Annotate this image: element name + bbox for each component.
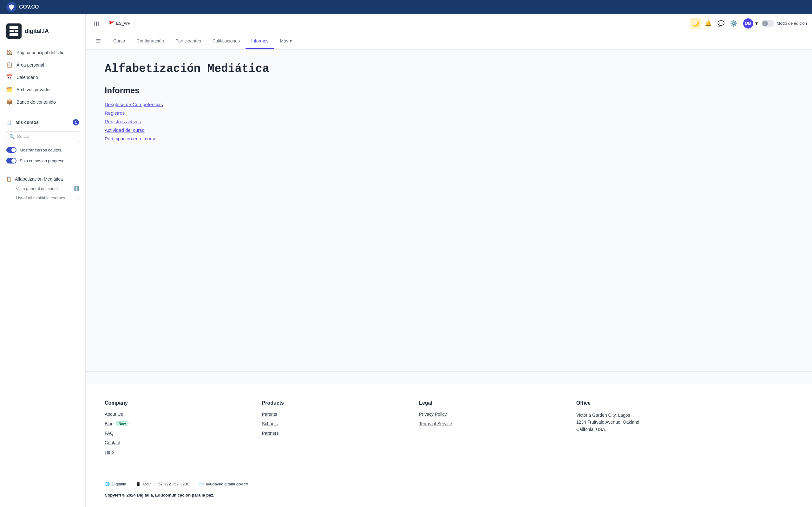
modo-toggle[interactable] (762, 20, 774, 27)
email-icon: ✉️ (199, 482, 204, 487)
footer-link-help[interactable]: Help (105, 450, 249, 455)
modo-edicion: Modo de edición (762, 20, 807, 27)
toggle-progress-label: Solo cursos en progreso (20, 158, 64, 163)
gov-shield-icon (6, 2, 16, 12)
gov-bar: GOV.CO (0, 0, 812, 14)
avatar-circle: DB (743, 18, 753, 29)
footer-link-faq[interactable]: FAQ (105, 431, 249, 436)
sidebar-logo: digital.IA (0, 20, 85, 46)
chat-button[interactable]: 💬 (715, 18, 727, 29)
footer-phone-link[interactable]: 📱 Móvil : +57 322 357 3280 (136, 482, 189, 487)
dropdown-arrow: ▾ (755, 20, 758, 26)
sidebar: digital.IA 🏠 Página principal del sitio … (0, 14, 86, 507)
nav-tabs: ☰ Curso Configuración Participantes Cali… (86, 33, 812, 50)
link-desglose[interactable]: Desglose de Competencias (105, 102, 447, 107)
gear-button[interactable]: ⚙️ (728, 18, 740, 29)
sidebar-course-alfabetizacion[interactable]: 📋 Alfabetización Mediática (0, 174, 85, 184)
search-box[interactable]: 🔍 Buscar (5, 131, 80, 142)
sidebar-item-home[interactable]: 🏠 Página principal del sitio (0, 46, 85, 59)
sidebar-my-courses[interactable]: 📑 Mis cursos 1 (0, 116, 85, 129)
toolbar-icons: 🌙 🔔 💬 ⚙️ DB ▾ Modo de edición (690, 17, 807, 30)
sidebar-item-personal[interactable]: 📋 Área personal (0, 59, 85, 71)
personal-icon: 📋 (6, 62, 13, 68)
banco-icon: 📦 (6, 99, 13, 105)
content-area: ◫ 🚩 ES_WP 🌙 🔔 💬 ⚙️ DB ▾ (86, 14, 812, 507)
avatar-initials: DB (745, 21, 751, 26)
link-registros-activos[interactable]: Registros activos (105, 119, 447, 124)
footer-address: Victoria Garden City, Lagos 1234 Fruitva… (576, 412, 793, 433)
footer-link-contact[interactable]: Contact (105, 440, 249, 445)
link-participacion[interactable]: Participación en el curso (105, 136, 447, 141)
list-link-label: List of all available courses (16, 195, 65, 200)
sidebar-item-banco[interactable]: 📦 Banco de contenido (0, 96, 85, 108)
sidebar-divider (0, 112, 85, 112)
footer-link-privacy[interactable]: Privacy Policy (419, 412, 564, 417)
sidebar-toggle-button[interactable]: ◫ (91, 18, 102, 29)
sidebar-brand-name: digital.IA (25, 28, 49, 35)
page-title: Alfabetización Mediática (105, 62, 447, 75)
sidebar-item-files[interactable]: 🗂️ Archivos privados (0, 83, 85, 96)
footer-email-link[interactable]: ✉️ ayuda@digitalia.gov.co (199, 482, 248, 487)
toggle-in-progress[interactable]: Solo cursos en progreso (0, 155, 85, 166)
footer-blog-row: Blog New (105, 421, 249, 426)
footer-bottom: 🌐 Digitalia 📱 Móvil : +57 322 357 3280 ✉… (105, 482, 793, 487)
toggle-progress-switch[interactable] (6, 158, 16, 164)
tab-configuracion[interactable]: Configuración (131, 34, 169, 49)
footer-office-col: Office Victoria Garden City, Lagos 1234 … (576, 400, 793, 459)
flag-icon: 🚩 (109, 21, 114, 26)
tab-curso[interactable]: Curso (107, 34, 131, 49)
link-registros[interactable]: Registros (105, 110, 447, 116)
footer-products-title: Products (262, 400, 407, 406)
bell-button[interactable]: 🔔 (703, 18, 714, 29)
footer-office-title: Office (576, 400, 793, 406)
hamburger-button[interactable]: ☰ (92, 33, 105, 49)
toggle-hidden-label: Mostrar cursos ocultos. (20, 148, 62, 153)
search-placeholder: Buscar (17, 134, 31, 139)
footer-digitalia-link[interactable]: 🌐 Digitalia (105, 482, 126, 487)
footer-link-terms[interactable]: Terms of Service (419, 421, 564, 426)
footer-link-blog[interactable]: Blog (105, 421, 113, 426)
sidebar-list-link[interactable]: List of all available courses → (0, 193, 85, 203)
footer-legal-title: Legal (419, 400, 564, 406)
lang-selector[interactable]: 🚩 ES_WP (105, 19, 135, 28)
top-toolbar: ◫ 🚩 ES_WP 🌙 🔔 💬 ⚙️ DB ▾ (86, 14, 812, 33)
section-title: Informes (105, 86, 447, 95)
info-icon: ℹ️ (73, 186, 79, 191)
lang-label: ES_WP (116, 21, 131, 26)
course-icon: 📋 (6, 176, 12, 181)
gov-logo: GOV.CO (6, 2, 39, 12)
link-actividad[interactable]: Actividad del curso (105, 127, 447, 133)
toggle-hidden-switch[interactable] (6, 147, 16, 153)
new-badge: New (116, 421, 129, 426)
sidebar-item-calendar[interactable]: 📅 Calendario (0, 71, 85, 83)
sidebar-toggle-icon: ◫ (94, 20, 99, 27)
footer-link-schools[interactable]: Schools (262, 421, 407, 426)
main-layout: digital.IA 🏠 Página principal del sitio … (0, 14, 812, 507)
tab-calificaciones[interactable]: Calificaciones (207, 34, 246, 49)
my-courses-badge: 1 (72, 119, 79, 125)
footer-company-title: Company (105, 400, 249, 406)
course-name: Alfabetización Mediática (15, 176, 63, 181)
footer-company-col: Company About Us Blog New FAQ Contact He… (105, 400, 249, 459)
tab-informes[interactable]: Informes (246, 34, 274, 49)
toggle-hidden-courses[interactable]: Mostrar cursos ocultos. (0, 145, 85, 155)
tab-participantes[interactable]: Participantes (170, 34, 207, 49)
sidebar-logo-icon (6, 23, 21, 39)
footer: Company About Us Blog New FAQ Contact He… (86, 384, 812, 507)
footer-address-line3: Califonia, USA. (576, 426, 793, 433)
user-avatar[interactable]: DB ▾ (741, 17, 760, 30)
tab-mas[interactable]: Más ▾ (274, 34, 298, 49)
footer-columns: Company About Us Blog New FAQ Contact He… (105, 400, 793, 459)
home-icon: 🏠 (6, 49, 13, 55)
footer-link-partners[interactable]: Partners (262, 431, 407, 436)
files-icon: 🗂️ (6, 87, 13, 93)
sidebar-sub-vista-general[interactable]: Vista general del curso ℹ️ (0, 184, 85, 193)
modo-label: Modo de edición (777, 21, 807, 26)
footer-legal-col: Legal Privacy Policy Terms of Service (419, 400, 564, 459)
chevron-down-icon: ▾ (290, 38, 292, 43)
globe-icon: 🌐 (105, 482, 110, 487)
arrow-icon: → (75, 195, 79, 200)
footer-link-about[interactable]: About Us (105, 412, 249, 417)
moon-button[interactable]: 🌙 (690, 18, 701, 29)
footer-link-parents[interactable]: Parents (262, 412, 407, 417)
